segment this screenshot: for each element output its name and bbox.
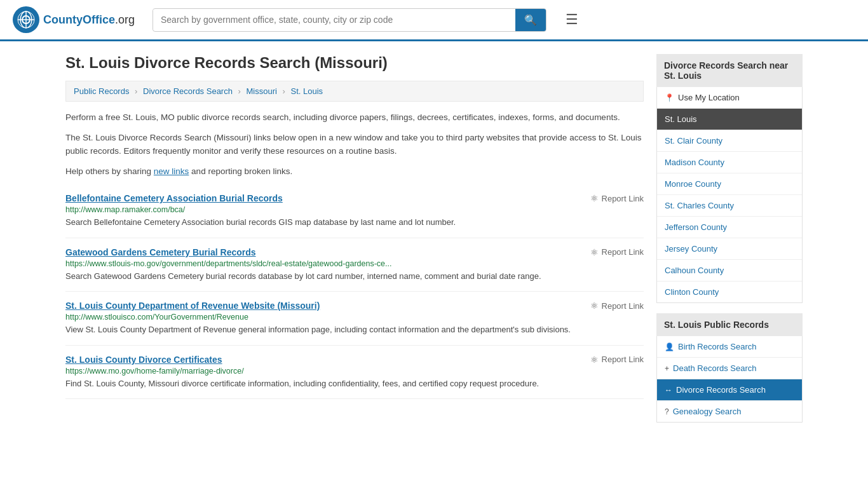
- result-desc: View St. Louis County Department of Reve…: [65, 323, 644, 336]
- birth-records-icon: 👤: [665, 342, 674, 351]
- result-url: http://www.map.ramaker.com/bca/: [65, 205, 644, 214]
- sidebar-item-st-charles-county[interactable]: St. Charles County: [657, 195, 802, 217]
- search-button[interactable]: 🔍: [515, 9, 546, 31]
- description-2: The St. Louis Divorce Records Search (Mi…: [65, 131, 644, 158]
- divorce-records-icon: ↔: [665, 386, 672, 395]
- breadcrumb: Public Records › Divorce Records Search …: [65, 81, 644, 102]
- report-link[interactable]: ⚛ Report Link: [590, 247, 644, 257]
- page-title: St. Louis Divorce Records Search (Missou…: [65, 54, 644, 72]
- sidebar-item-st-clair-county[interactable]: St. Clair County: [657, 130, 802, 152]
- sidebar-item-death-records[interactable]: + Death Records Search: [657, 358, 802, 379]
- sidebar-use-location[interactable]: 📍 Use My Location: [657, 87, 802, 109]
- result-title[interactable]: Gatewood Gardens Cemetery Burial Records: [65, 247, 256, 257]
- sidebar-nearby-list: 📍 Use My Location St. Louis St. Clair Co…: [656, 87, 803, 303]
- sidebar-item-madison-county[interactable]: Madison County: [657, 152, 802, 173]
- sidebar-item-calhoun-county[interactable]: Calhoun County: [657, 260, 802, 281]
- search-input[interactable]: [153, 10, 515, 30]
- result-title[interactable]: St. Louis County Divorce Certificates: [65, 355, 222, 365]
- sidebar-item-monroe-county[interactable]: Monroe County: [657, 173, 802, 195]
- sidebar-item-clinton-county[interactable]: Clinton County: [657, 281, 802, 302]
- sidebar-public-records-title: St. Louis Public Records: [656, 313, 803, 336]
- hamburger-menu-icon[interactable]: ☰: [566, 11, 578, 28]
- result-item: St. Louis County Divorce Certificates ⚛ …: [65, 346, 644, 400]
- result-desc: Search Gatewood Gardens Cemetery burial …: [65, 270, 644, 283]
- sidebar-item-birth-records[interactable]: 👤 Birth Records Search: [657, 336, 802, 358]
- result-url: https://www.stlouis-mo.gov/government/de…: [65, 259, 644, 268]
- sidebar-item-st-louis[interactable]: St. Louis: [657, 109, 802, 130]
- description-3: Help others by sharing new links and rep…: [65, 165, 644, 179]
- result-title[interactable]: St. Louis County Department of Revenue W…: [65, 301, 320, 311]
- breadcrumb-divorce-records[interactable]: Divorce Records Search: [143, 86, 233, 96]
- breadcrumb-missouri[interactable]: Missouri: [247, 86, 277, 96]
- report-link[interactable]: ⚛ Report Link: [590, 301, 644, 311]
- new-links-link[interactable]: new links: [154, 166, 189, 176]
- search-bar[interactable]: 🔍: [153, 8, 546, 32]
- header: CountyOffice.org 🔍 ☰: [0, 0, 868, 41]
- content-area: St. Louis Divorce Records Search (Missou…: [65, 54, 644, 433]
- logo[interactable]: CountyOffice.org: [13, 6, 140, 33]
- death-records-icon: +: [665, 364, 669, 373]
- result-item: Bellefontaine Cemetery Association Buria…: [65, 184, 644, 238]
- report-link[interactable]: ⚛ Report Link: [590, 193, 644, 203]
- sidebar-item-genealogy[interactable]: ? Genealogy Search: [657, 401, 802, 422]
- logo-icon: [13, 6, 39, 33]
- report-icon: ⚛: [590, 355, 599, 365]
- sidebar-item-jersey-county[interactable]: Jersey County: [657, 238, 802, 260]
- sidebar-item-jefferson-county[interactable]: Jefferson County: [657, 217, 802, 238]
- genealogy-icon: ?: [665, 407, 669, 416]
- report-icon: ⚛: [590, 301, 599, 311]
- result-item: Gatewood Gardens Cemetery Burial Records…: [65, 238, 644, 292]
- result-url: http://www.stlouisco.com/YourGovernment/…: [65, 313, 644, 322]
- sidebar: Divorce Records Search near St. Louis 📍 …: [656, 54, 803, 433]
- result-title[interactable]: Bellefontaine Cemetery Association Buria…: [65, 193, 283, 203]
- result-desc: Search Bellefontaine Cemetery Associatio…: [65, 216, 644, 229]
- breadcrumb-public-records[interactable]: Public Records: [74, 86, 129, 96]
- logo-text: CountyOffice.org: [43, 13, 135, 27]
- sidebar-item-divorce-records[interactable]: ↔ Divorce Records Search: [657, 379, 802, 401]
- report-link[interactable]: ⚛ Report Link: [590, 355, 644, 365]
- report-icon: ⚛: [590, 193, 599, 203]
- breadcrumb-st-louis[interactable]: St. Louis: [291, 86, 323, 96]
- sidebar-public-records-list: 👤 Birth Records Search + Death Records S…: [656, 336, 803, 423]
- description-1: Perform a free St. Louis, MO public divo…: [65, 111, 644, 125]
- results-list: Bellefontaine Cemetery Association Buria…: [65, 184, 644, 399]
- location-pin-icon: 📍: [665, 93, 674, 102]
- result-desc: Find St. Louis County, Missouri divorce …: [65, 377, 644, 390]
- report-icon: ⚛: [590, 247, 599, 257]
- sidebar-nearby-title: Divorce Records Search near St. Louis: [656, 54, 803, 87]
- result-url: https://www.mo.gov/home-family/marriage-…: [65, 367, 644, 376]
- result-item: St. Louis County Department of Revenue W…: [65, 292, 644, 346]
- main-container: St. Louis Divorce Records Search (Missou…: [53, 41, 815, 445]
